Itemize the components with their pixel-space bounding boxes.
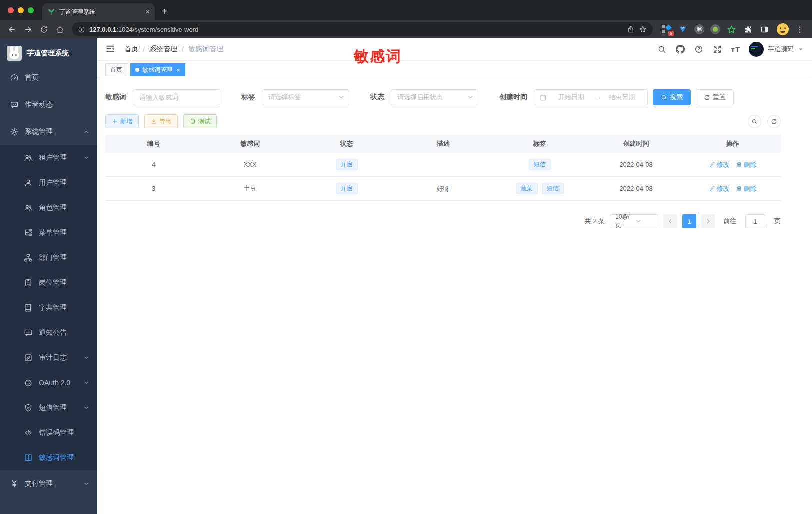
fullscreen-icon[interactable] (712, 44, 722, 54)
column-header: 操作 (684, 139, 781, 148)
sidebar-item[interactable]: 错误码管理 (0, 420, 98, 445)
sidebar-item[interactable]: 岗位管理 (0, 270, 98, 295)
sidebar-item[interactable]: 系统管理 (0, 118, 98, 145)
toggle-search-button[interactable] (748, 115, 762, 128)
font-size-icon[interactable]: тT (731, 45, 740, 54)
sidebar-item-label: OAuth 2.0 (39, 379, 78, 387)
new-tab-button[interactable]: + (162, 6, 168, 20)
date-separator: - (596, 94, 598, 101)
sidebar-item[interactable]: 短信管理 (0, 395, 98, 420)
goto-label: 前往 (724, 217, 736, 226)
users-icon (24, 153, 33, 162)
test-button[interactable]: 测试 (184, 114, 217, 128)
bookmark-star-icon[interactable] (639, 25, 647, 33)
goto-page-input[interactable] (746, 214, 766, 228)
home-icon[interactable] (53, 22, 67, 36)
sidebar-item[interactable]: 作者动态 (0, 91, 98, 118)
cell-word: 土豆 (202, 184, 298, 193)
next-page-button[interactable] (702, 214, 716, 228)
sidebar-item[interactable]: 通知公告 (0, 320, 98, 345)
edit-button[interactable]: 修改 (709, 160, 730, 169)
pagination: 共 2 条 10条/页 1 前往 页 (106, 214, 781, 228)
notice-icon (24, 328, 33, 337)
sidebar-collapse-icon[interactable] (106, 44, 116, 55)
edit-button[interactable]: 修改 (709, 184, 730, 193)
extension-command-icon[interactable]: ⌘ (694, 24, 705, 35)
table-header: 编号敏感词状态描述标签创建时间操作 (106, 135, 781, 153)
main-area: 敏感词 首页/系统管理/敏感词管理 тT 芋道源码 首页敏感词管理× (98, 38, 812, 514)
tag-label: 标签 (242, 93, 256, 102)
help-icon[interactable] (694, 44, 704, 54)
sidebar-item[interactable]: 字典管理 (0, 295, 98, 320)
status-select[interactable]: 请选择启用状态 (391, 89, 478, 105)
profile-avatar[interactable] (777, 23, 789, 35)
share-icon[interactable] (627, 25, 635, 33)
reload-icon[interactable] (37, 22, 51, 36)
split-view-icon[interactable] (759, 24, 770, 35)
gauge-icon (10, 73, 19, 82)
sidebar-item[interactable]: 首页 (0, 64, 98, 91)
sidebar-item[interactable]: 部门管理 (0, 245, 98, 270)
extensions-puzzle-icon[interactable] (742, 24, 754, 35)
tab-close-icon[interactable]: × (146, 8, 150, 16)
page-size-value: 10条/页 (616, 213, 635, 230)
sidebar-item[interactable]: 租户管理 (0, 145, 98, 170)
delete-button[interactable]: 删除 (736, 184, 757, 193)
date-range-picker[interactable]: 开始日期 - 结束日期 (534, 89, 648, 105)
refresh-table-button[interactable] (768, 115, 781, 128)
sidebar-item[interactable]: 菜单管理 (0, 220, 98, 245)
role-icon (24, 203, 33, 212)
close-window-button[interactable] (8, 7, 14, 13)
cell-tags: 短信 (492, 159, 588, 170)
extension-star-icon[interactable] (726, 24, 737, 35)
back-icon[interactable] (5, 22, 19, 36)
action-toolbar: 新增 导出 测试 (106, 114, 781, 128)
close-icon[interactable]: × (176, 67, 180, 73)
page-number[interactable]: 1 (682, 214, 696, 228)
reset-button[interactable]: 重置 (696, 89, 734, 105)
data-table: 编号敏感词状态描述标签创建时间操作 4XXX开启短信2022-04-08修改删除… (106, 135, 781, 201)
browser-tab[interactable]: 芋道管理系统 × (42, 3, 155, 20)
export-button[interactable]: 导出 (144, 114, 178, 128)
logo-rabbit-avatar (7, 46, 22, 61)
tag-select[interactable]: 请选择标签 (262, 89, 350, 105)
sidebar-item[interactable]: 敏感词管理 (0, 445, 98, 470)
column-header: 状态 (298, 139, 395, 148)
sidebar-item[interactable]: OAuth 2.0 (0, 370, 98, 395)
site-info-icon[interactable] (78, 26, 86, 33)
delete-button[interactable]: 删除 (736, 160, 757, 169)
extension-vue-icon[interactable] (678, 24, 688, 35)
add-button[interactable]: 新增 (106, 114, 139, 128)
tags-view-bar: 首页敏感词管理× (98, 61, 812, 79)
breadcrumb-item[interactable]: 系统管理 (150, 45, 178, 54)
breadcrumb-item[interactable]: 首页 (124, 45, 138, 54)
keyword-input[interactable] (133, 89, 220, 105)
breadcrumb: 首页/系统管理/敏感词管理 (124, 45, 224, 54)
sidebar-item[interactable]: 用户管理 (0, 170, 98, 195)
address-bar[interactable]: 127.0.0.1:1024/system/sensitive-word (72, 22, 653, 36)
user-dropdown[interactable]: 芋道源码 (749, 42, 804, 57)
extension-grid-icon[interactable]: 9 (661, 24, 672, 35)
header-search-icon[interactable] (657, 44, 667, 54)
browser-menu-icon[interactable]: ⋮ (793, 25, 807, 34)
tag-view-item[interactable]: 首页 (106, 63, 128, 76)
cell-actions: 修改删除 (684, 160, 781, 169)
trash-icon (736, 161, 742, 168)
extension-record-icon[interactable] (710, 24, 720, 34)
sidebar-item-label: 角色管理 (39, 203, 90, 212)
forward-icon[interactable] (21, 22, 35, 36)
minimize-window-button[interactable] (18, 7, 24, 13)
cell-status: 开启 (298, 183, 395, 194)
zoom-window-button[interactable] (28, 7, 34, 13)
sidebar-item[interactable]: 审计日志 (0, 345, 98, 370)
cell-id: 3 (106, 185, 202, 192)
prev-page-button[interactable] (664, 214, 678, 228)
column-header: 编号 (106, 139, 202, 148)
sidebar-item[interactable]: 支付管理 (0, 470, 98, 497)
sidebar-item[interactable]: 角色管理 (0, 195, 98, 220)
search-button[interactable]: 搜索 (653, 89, 691, 105)
github-icon[interactable] (676, 44, 686, 54)
tag-view-item[interactable]: 敏感词管理× (130, 63, 186, 76)
calendar-icon (540, 94, 547, 101)
page-size-select[interactable]: 10条/页 (610, 214, 658, 228)
